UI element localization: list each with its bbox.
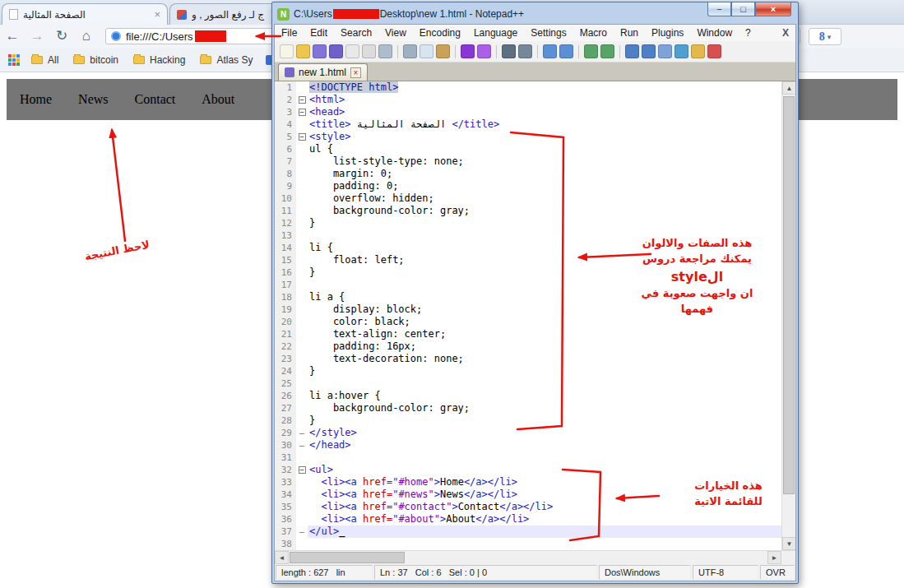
save-all-icon[interactable] [329,44,343,58]
code-line-11[interactable]: 11 background-color: gray; [275,205,781,217]
menu-item-help[interactable]: ? [739,25,758,41]
nav-link-contact[interactable]: Contact [122,79,189,120]
reload-button[interactable]: ↻ [49,25,74,47]
fold-collapse-icon[interactable]: − [296,94,308,106]
horizontal-scrollbar[interactable]: ◄ ► [275,550,795,564]
menu-item-search[interactable]: Search [334,25,378,41]
code-line-4[interactable]: 4<title> الصفحة المثالية </title> [275,118,781,131]
back-button[interactable]: ← [0,25,25,47]
menu-item-language[interactable]: Language [467,25,524,41]
maximize-button[interactable]: □ [731,2,755,16]
code-line-26[interactable]: 26li a:hover { [275,390,781,402]
sync-vertical-icon[interactable] [584,44,598,58]
function-list-icon[interactable] [675,44,688,58]
vertical-scrollbar[interactable]: ▲ ▼ [781,81,795,550]
indent-guide-icon[interactable] [658,44,672,58]
menu-item-edit[interactable]: Edit [304,25,334,41]
nav-link-news[interactable]: News [65,79,121,120]
status-typing-mode[interactable]: OVR [760,565,795,580]
scroll-thumb[interactable] [783,96,795,494]
scroll-right-icon[interactable]: ► [767,551,781,564]
copy-icon[interactable] [420,44,433,58]
code-line-37[interactable]: 37–</ul>_ [275,525,781,538]
replace-icon[interactable] [518,44,532,58]
close-file-icon[interactable] [345,44,359,58]
open-folder-icon[interactable] [296,44,310,58]
code-line-10[interactable]: 10 overflow: hidden; [275,192,781,205]
macro-record-icon[interactable] [707,44,721,58]
menu-item-settings[interactable]: Settings [524,25,573,41]
code-line-22[interactable]: 22 padding: 16px; [275,340,781,353]
menu-item-window[interactable]: Window [690,25,739,41]
word-wrap-icon[interactable] [625,44,639,58]
close-all-icon[interactable] [362,44,376,58]
code-line-23[interactable]: 23 text-decoration: none; [275,353,781,365]
close-button[interactable]: × [755,2,791,16]
code-line-7[interactable]: 7 list-style-type: none; [275,155,781,168]
code-line-27[interactable]: 27 background-color: gray; [275,402,781,414]
menu-item-macro[interactable]: Macro [573,25,614,41]
menu-item-encoding[interactable]: Encoding [413,25,467,41]
code-line-2[interactable]: 2−<html> [275,94,781,106]
scroll-left-icon[interactable]: ◄ [275,551,289,564]
search-engine-button[interactable]: 8 ▾ [809,28,841,45]
code-line-21[interactable]: 21 text-align: center; [275,328,781,340]
status-eol-format[interactable]: Dos\Windows [599,565,691,580]
forward-button[interactable]: → [25,25,49,47]
tab-close-icon[interactable]: × [154,8,160,21]
menu-item-file[interactable]: File [275,25,304,41]
nav-link-about[interactable]: About [188,79,248,120]
code-line-36[interactable]: 36 <li><a href="#about">About</a></li> [275,513,781,525]
bookmark-hacking[interactable]: Hacking [133,54,185,66]
status-encoding[interactable]: UTF-8 [693,565,758,580]
code-line-8[interactable]: 8 margin: 0; [275,168,781,180]
h-scroll-thumb[interactable] [290,552,405,563]
bookmark-all[interactable]: All [31,54,58,66]
code-line-32[interactable]: 32−<ul> [275,464,781,476]
undo-icon[interactable] [461,44,475,58]
code-line-5[interactable]: 5−<style> [275,131,781,143]
browser-tab-active[interactable]: الصفحة المثالية × [2,3,168,25]
code-line-3[interactable]: 3−<head> [275,106,781,118]
minimize-button[interactable]: − [707,2,731,16]
paste-icon[interactable] [436,44,450,58]
code-line-28[interactable]: 28} [275,414,781,427]
scroll-up-icon[interactable]: ▲ [782,81,795,95]
code-line-12[interactable]: 12} [275,217,781,229]
bookmark-atlas-sy[interactable]: Atlas Sy [200,54,253,66]
scroll-track[interactable] [782,95,795,537]
code-line-38[interactable]: 38 [275,538,781,550]
cut-icon[interactable] [403,44,417,58]
menu-item-view[interactable]: View [378,25,413,41]
save-icon[interactable] [313,44,327,58]
code-line-29[interactable]: 29–</style> [275,427,781,439]
zoom-out-icon[interactable] [559,44,573,58]
fold-collapse-icon[interactable]: − [296,106,308,118]
redo-icon[interactable] [477,44,491,58]
code-line-1[interactable]: 1<!DOCTYPE html> [275,81,781,94]
code-line-25[interactable]: 25 [275,377,781,390]
zoom-in-icon[interactable] [543,44,557,58]
home-button[interactable]: ⌂ [74,25,99,47]
nav-link-home[interactable]: Home [7,79,65,120]
bookmark-bitcoin[interactable]: bitcoin [73,54,118,66]
apps-grid-icon[interactable] [8,54,20,66]
menu-close-icon[interactable]: X [782,27,795,39]
find-icon[interactable] [502,44,516,58]
menu-item-run[interactable]: Run [614,25,645,41]
code-line-6[interactable]: 6ul { [275,143,781,155]
fold-collapse-icon[interactable]: − [296,131,308,143]
document-close-icon[interactable]: × [350,67,361,78]
fold-collapse-icon[interactable]: − [296,464,308,476]
code-line-30[interactable]: 30–</head> [275,439,781,451]
scroll-down-icon[interactable]: ▼ [782,537,795,550]
document-tab[interactable]: new 1.html × [278,63,368,81]
show-all-characters-icon[interactable] [642,44,656,58]
print-icon[interactable] [378,44,392,58]
code-line-20[interactable]: 20 color: black; [275,316,781,328]
new-file-icon[interactable] [280,44,294,58]
code-line-9[interactable]: 9 padding: 0; [275,180,781,192]
menu-item-plugins[interactable]: Plugins [645,25,690,41]
code-line-31[interactable]: 31 [275,451,781,464]
title-bar[interactable]: N C:\Users Desktop\new 1.html - Notepad+… [274,4,796,24]
